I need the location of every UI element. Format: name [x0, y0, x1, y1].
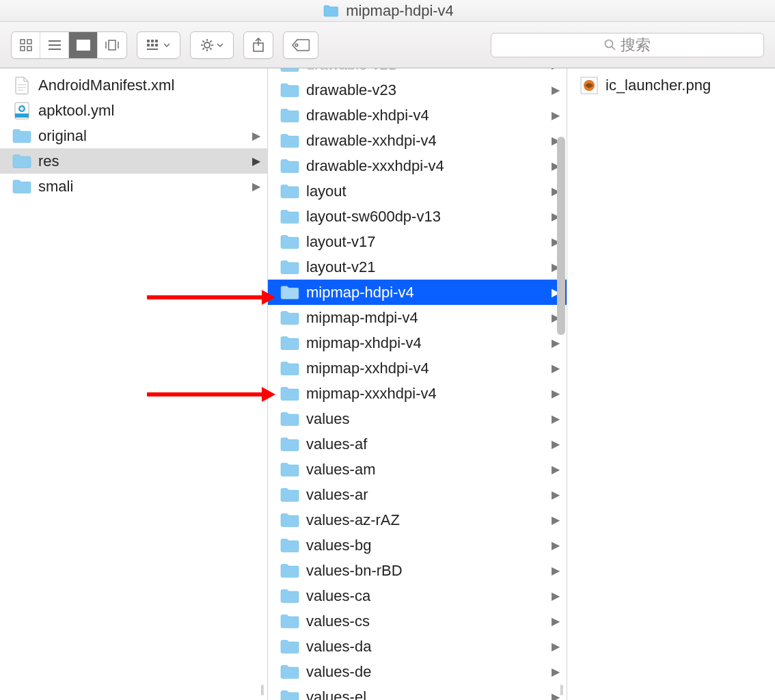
file-icon: [12, 103, 31, 119]
chevron-right-icon: ▶: [252, 180, 260, 193]
folder-row[interactable]: values-bn-rBD▶: [268, 558, 567, 583]
file-row[interactable]: AndroidManifest.xml: [0, 72, 267, 98]
folder-row[interactable]: layout-v21▶: [268, 254, 567, 280]
folder-row[interactable]: smali▶: [0, 174, 267, 199]
folder-icon: [12, 178, 31, 195]
item-label: values-de: [306, 663, 545, 681]
item-label: res: [38, 152, 245, 170]
chevron-right-icon: ▶: [552, 109, 560, 122]
item-label: layout: [306, 183, 545, 200]
folder-row[interactable]: values-da▶: [268, 634, 567, 659]
view-coverflow-button[interactable]: [98, 32, 126, 58]
column-resize-handle[interactable]: ||: [260, 684, 263, 696]
item-label: values: [306, 410, 545, 428]
folder-row[interactable]: values-az-rAZ▶: [268, 507, 567, 533]
action-button[interactable]: [190, 31, 234, 59]
item-label: original: [38, 127, 245, 145]
folder-row[interactable]: drawable-xxhdpi-v4▶: [268, 128, 567, 153]
folder-icon: [280, 68, 299, 73]
search-icon: [604, 39, 616, 51]
folder-icon: [280, 158, 299, 174]
item-label: drawable-xxhdpi-v4: [306, 132, 545, 150]
folder-row[interactable]: mipmap-xxhdpi-v4▶: [268, 355, 567, 381]
file-row[interactable]: apktool.yml: [0, 98, 267, 123]
item-label: drawable-v23: [306, 81, 545, 99]
folder-row[interactable]: values-am▶: [268, 457, 567, 482]
svg-rect-2: [21, 46, 25, 51]
item-label: mipmap-mdpi-v4: [306, 309, 545, 327]
folder-row[interactable]: mipmap-mdpi-v4▶: [268, 305, 567, 330]
svg-rect-1: [27, 40, 31, 44]
folder-row[interactable]: values-af▶: [268, 431, 567, 457]
scrollbar-thumb[interactable]: [557, 137, 565, 335]
toolbar: 搜索: [0, 22, 775, 68]
folder-row[interactable]: mipmap-hdpi-v4▶: [268, 280, 567, 305]
folder-row[interactable]: drawable-v21▶: [268, 68, 567, 77]
gear-icon: [200, 38, 214, 52]
folder-row[interactable]: layout-sw600dp-v13▶: [268, 204, 567, 229]
folder-row[interactable]: values▶: [268, 406, 567, 431]
item-label: values-am: [306, 461, 545, 479]
item-label: values-az-rAZ: [306, 511, 545, 529]
chevron-right-icon: ▶: [552, 488, 560, 501]
folder-icon: [280, 461, 299, 478]
folder-row[interactable]: values-ar▶: [268, 482, 567, 507]
folder-row[interactable]: original▶: [0, 123, 267, 148]
arrange-button[interactable]: [137, 31, 180, 59]
view-icon-button[interactable]: [12, 32, 40, 58]
chevron-down-icon: [163, 43, 170, 47]
folder-icon: [280, 234, 299, 250]
svg-line-27: [210, 40, 211, 42]
folder-row[interactable]: values-el▶: [268, 684, 567, 700]
item-label: drawable-xhdpi-v4: [306, 107, 545, 124]
item-label: values-ar: [306, 486, 545, 504]
folder-row[interactable]: values-ca▶: [268, 583, 567, 608]
chevron-right-icon: ▶: [552, 412, 560, 425]
item-label: values-af: [306, 435, 545, 453]
svg-line-33: [612, 46, 616, 50]
svg-rect-14: [151, 40, 154, 42]
folder-row[interactable]: drawable-v23▶: [268, 77, 567, 103]
folder-row[interactable]: values-de▶: [268, 659, 567, 684]
folder-row[interactable]: layout▶: [268, 178, 567, 204]
folder-icon: [280, 512, 299, 528]
chevron-right-icon: ▶: [552, 387, 560, 400]
folder-row[interactable]: values-cs▶: [268, 608, 567, 634]
chevron-right-icon: ▶: [552, 539, 560, 552]
search-input[interactable]: 搜索: [491, 33, 764, 57]
image-file-row[interactable]: ic_launcher.png: [567, 72, 775, 98]
svg-rect-16: [147, 44, 150, 46]
image-icon: [580, 77, 599, 94]
folder-icon: [280, 386, 299, 402]
folder-row[interactable]: values-bg▶: [268, 533, 567, 558]
column-resize-handle[interactable]: ||: [560, 684, 562, 696]
folder-row[interactable]: drawable-xhdpi-v4▶: [268, 103, 567, 128]
folder-row[interactable]: res▶: [0, 148, 267, 174]
search-placeholder: 搜索: [621, 35, 651, 55]
column-browser: AndroidManifest.xmlapktool.ymloriginal▶r…: [0, 68, 775, 700]
item-label: values-el: [306, 688, 545, 701]
svg-rect-18: [155, 44, 158, 46]
item-label: mipmap-xhdpi-v4: [306, 334, 545, 352]
view-columns-button[interactable]: [69, 32, 98, 58]
folder-icon: [280, 133, 299, 149]
folder-icon: [280, 689, 299, 701]
folder-row[interactable]: drawable-xxxhdpi-v4▶: [268, 153, 567, 178]
folder-icon: [280, 284, 299, 301]
share-button[interactable]: [243, 31, 273, 59]
item-label: ic_launcher.png: [606, 77, 768, 94]
view-list-button[interactable]: [40, 32, 69, 58]
item-label: layout-v21: [306, 258, 545, 276]
svg-point-32: [606, 40, 613, 47]
folder-icon: [12, 153, 31, 170]
folder-row[interactable]: layout-v17▶: [268, 229, 567, 254]
item-label: values-bn-rBD: [306, 562, 545, 580]
chevron-right-icon: ▶: [552, 83, 560, 96]
file-icon: [12, 77, 31, 94]
titlebar: mipmap-hdpi-v4: [0, 0, 775, 22]
chevron-right-icon: ▶: [252, 154, 260, 167]
folder-row[interactable]: mipmap-xhdpi-v4▶: [268, 330, 567, 355]
folder-row[interactable]: mipmap-xxxhdpi-v4▶: [268, 381, 567, 406]
tags-button[interactable]: [283, 31, 318, 59]
item-label: smali: [38, 178, 245, 196]
